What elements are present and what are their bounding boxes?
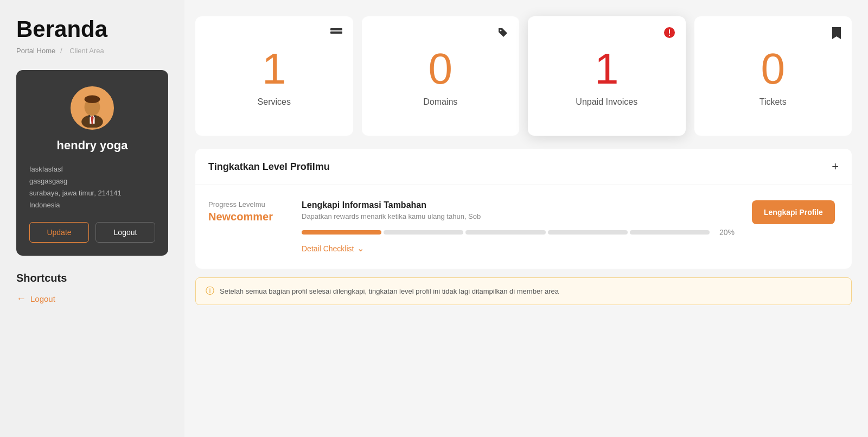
- breadcrumb-home[interactable]: Portal Home: [16, 47, 55, 55]
- progress-levelmu-label: Progress Levelmu: [208, 200, 284, 208]
- level-center: Lengkapi Informasi Tambahan Dapatkan rew…: [302, 200, 735, 254]
- tickets-label: Tickets: [760, 97, 787, 107]
- level-expand-button[interactable]: +: [832, 160, 839, 174]
- profile-actions: Update Logout: [29, 222, 155, 243]
- invoices-count: 1: [595, 47, 619, 91]
- chevron-down-icon: ⌄: [357, 243, 364, 254]
- svg-rect-8: [330, 28, 342, 30]
- stats-row: 1 Services 0 Domains 1: [195, 16, 852, 136]
- bookmark-icon: [832, 27, 841, 42]
- profile-info: faskfasfasf gasgasgasg surabaya, jawa ti…: [29, 163, 155, 211]
- profile-card: hendry yoga faskfasfasf gasgasgasg surab…: [16, 70, 168, 256]
- tickets-count: 0: [761, 47, 786, 91]
- stat-card-services[interactable]: 1 Services: [195, 16, 353, 136]
- notice-text: Setelah semua bagian profil selesai dile…: [220, 287, 559, 295]
- tag-icon: [497, 27, 508, 41]
- page-title: Beranda: [16, 16, 168, 42]
- detail-checklist-label: Detail Checklist: [302, 244, 354, 253]
- shortcuts-title: Shortcuts: [16, 272, 168, 284]
- detail-checklist-toggle[interactable]: Detail Checklist ⌄: [302, 243, 735, 254]
- task-desc: Dapatkan rewards menarik ketika kamu ula…: [302, 212, 735, 220]
- progress-seg-4: [548, 230, 628, 235]
- alert-circle-icon: [664, 27, 675, 41]
- progress-percentage: 20%: [713, 228, 735, 237]
- level-right: Lengkapi Profile: [752, 200, 839, 224]
- level-header: Tingkatkan Level Profilmu +: [195, 149, 852, 185]
- progress-bar-wrap: 20%: [302, 228, 735, 237]
- level-body: Progress Levelmu Newcommer Lengkapi Info…: [195, 185, 852, 269]
- progress-segments: [302, 230, 710, 235]
- svg-point-5: [85, 96, 100, 103]
- invoices-label: Unpaid Invoices: [576, 97, 637, 107]
- svg-point-13: [668, 35, 669, 36]
- domains-label: Domains: [423, 97, 457, 107]
- services-count: 1: [262, 47, 286, 91]
- stat-card-domains[interactable]: 0 Domains: [362, 16, 520, 136]
- sidebar: Beranda Portal Home / Client Area: [0, 0, 184, 437]
- task-title: Lengkapi Informasi Tambahan: [302, 200, 735, 210]
- level-section-title: Tingkatkan Level Profilmu: [208, 161, 330, 173]
- notice-icon: ⓘ: [206, 286, 214, 297]
- shortcut-logout-label: Logout: [30, 294, 55, 303]
- stat-card-tickets[interactable]: 0 Tickets: [694, 16, 852, 136]
- svg-rect-12: [669, 29, 670, 34]
- domains-count: 0: [429, 47, 453, 91]
- breadcrumb: Portal Home / Client Area: [16, 47, 168, 55]
- logout-button-card[interactable]: Logout: [95, 222, 155, 243]
- shortcut-logout[interactable]: ← Logout: [16, 293, 168, 305]
- profile-name: hendry yoga: [29, 138, 155, 153]
- update-button[interactable]: Update: [29, 222, 89, 243]
- avatar: [71, 86, 114, 130]
- services-label: Services: [258, 97, 291, 107]
- level-left: Progress Levelmu Newcommer: [208, 200, 284, 223]
- svg-rect-9: [330, 31, 342, 34]
- progress-seg-2: [384, 230, 463, 235]
- progress-seg-3: [465, 230, 545, 235]
- notice-bar: ⓘ Setelah semua bagian profil selesai di…: [195, 277, 852, 305]
- breadcrumb-current: Client Area: [69, 47, 104, 55]
- level-name: Newcommer: [208, 211, 284, 223]
- progress-seg-1: [302, 230, 381, 235]
- arrow-left-icon: ←: [16, 293, 26, 305]
- complete-profile-button[interactable]: Lengkapi Profile: [752, 200, 835, 224]
- stat-card-invoices[interactable]: 1 Unpaid Invoices: [528, 16, 686, 136]
- server-icon: [330, 27, 342, 40]
- level-section: Tingkatkan Level Profilmu + Progress Lev…: [195, 149, 852, 269]
- main-content: 1 Services 0 Domains 1: [184, 0, 868, 437]
- progress-seg-5: [630, 230, 710, 235]
- svg-point-10: [500, 30, 502, 31]
